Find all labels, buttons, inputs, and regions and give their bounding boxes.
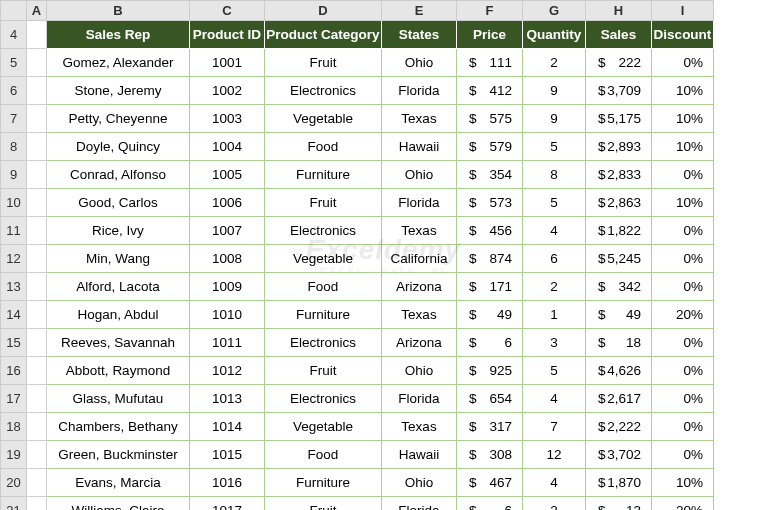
- cell-product-id[interactable]: 1016: [190, 469, 265, 497]
- cell-sales-rep[interactable]: Gomez, Alexander: [47, 49, 190, 77]
- cell-states[interactable]: Ohio: [382, 161, 457, 189]
- cell-product-category[interactable]: Fruit: [265, 497, 382, 511]
- row-head[interactable]: 5: [1, 49, 27, 77]
- cell-product-id[interactable]: 1006: [190, 189, 265, 217]
- cell-blank[interactable]: [27, 469, 47, 497]
- cell-sales-rep[interactable]: Stone, Jeremy: [47, 77, 190, 105]
- cell-blank[interactable]: [27, 217, 47, 245]
- cell-discount[interactable]: 10%: [652, 77, 714, 105]
- cell-sales[interactable]: $342: [586, 273, 652, 301]
- cell-blank[interactable]: [27, 245, 47, 273]
- cell-price[interactable]: $579: [457, 133, 523, 161]
- cell-sales-rep[interactable]: Petty, Cheyenne: [47, 105, 190, 133]
- cell-states[interactable]: Ohio: [382, 469, 457, 497]
- cell-states[interactable]: Texas: [382, 301, 457, 329]
- cell-sales[interactable]: $1,870: [586, 469, 652, 497]
- cell-sales[interactable]: $2,617: [586, 385, 652, 413]
- cell-sales-rep[interactable]: Rice, Ivy: [47, 217, 190, 245]
- cell-states[interactable]: Ohio: [382, 49, 457, 77]
- cell-states[interactable]: Texas: [382, 105, 457, 133]
- cell-discount[interactable]: 20%: [652, 301, 714, 329]
- cell-quantity[interactable]: 5: [523, 357, 586, 385]
- col-head-F[interactable]: F: [457, 1, 523, 21]
- cell-blank[interactable]: [27, 301, 47, 329]
- header-quantity[interactable]: Quantity: [523, 21, 586, 49]
- cell-sales[interactable]: $2,893: [586, 133, 652, 161]
- row-head[interactable]: 9: [1, 161, 27, 189]
- header-price[interactable]: Price: [457, 21, 523, 49]
- cell-sales[interactable]: $222: [586, 49, 652, 77]
- cell-sales[interactable]: $1,822: [586, 217, 652, 245]
- row-head[interactable]: 12: [1, 245, 27, 273]
- cell-states[interactable]: California: [382, 245, 457, 273]
- cell-product-category[interactable]: Food: [265, 273, 382, 301]
- cell-quantity[interactable]: 2: [523, 273, 586, 301]
- cell-quantity[interactable]: 8: [523, 161, 586, 189]
- cell-sales[interactable]: $5,245: [586, 245, 652, 273]
- cell-product-category[interactable]: Food: [265, 441, 382, 469]
- cell-quantity[interactable]: 2: [523, 497, 586, 511]
- cell-sales[interactable]: $2,863: [586, 189, 652, 217]
- cell-price[interactable]: $456: [457, 217, 523, 245]
- cell-product-category[interactable]: Vegetable: [265, 105, 382, 133]
- cell-product-id[interactable]: 1008: [190, 245, 265, 273]
- cell-blank[interactable]: [27, 105, 47, 133]
- cell-product-category[interactable]: Furniture: [265, 161, 382, 189]
- cell-product-id[interactable]: 1004: [190, 133, 265, 161]
- header-states[interactable]: States: [382, 21, 457, 49]
- cell-product-category[interactable]: Electronics: [265, 385, 382, 413]
- cell-discount[interactable]: 10%: [652, 133, 714, 161]
- cell-states[interactable]: Hawaii: [382, 441, 457, 469]
- cell-sales[interactable]: $5,175: [586, 105, 652, 133]
- cell-sales-rep[interactable]: Good, Carlos: [47, 189, 190, 217]
- cell-product-id[interactable]: 1017: [190, 497, 265, 511]
- cell-blank[interactable]: [27, 273, 47, 301]
- cell-sales-rep[interactable]: Hogan, Abdul: [47, 301, 190, 329]
- cell-blank[interactable]: [27, 357, 47, 385]
- cell-product-category[interactable]: Furniture: [265, 301, 382, 329]
- cell-product-id[interactable]: 1009: [190, 273, 265, 301]
- cell-states[interactable]: Texas: [382, 413, 457, 441]
- row-head[interactable]: 7: [1, 105, 27, 133]
- cell-sales-rep[interactable]: Abbott, Raymond: [47, 357, 190, 385]
- col-head-E[interactable]: E: [382, 1, 457, 21]
- grid[interactable]: A B C D E F G H I 4Sales RepProduct IDPr…: [0, 0, 714, 510]
- cell-product-id[interactable]: 1001: [190, 49, 265, 77]
- cell-sales[interactable]: $4,626: [586, 357, 652, 385]
- header-discount[interactable]: Discount: [652, 21, 714, 49]
- cell-product-id[interactable]: 1010: [190, 301, 265, 329]
- cell-blank[interactable]: [27, 497, 47, 511]
- cell-product-category[interactable]: Fruit: [265, 189, 382, 217]
- col-head-H[interactable]: H: [586, 1, 652, 21]
- cell-price[interactable]: $6: [457, 497, 523, 511]
- col-head-D[interactable]: D: [265, 1, 382, 21]
- cell-product-category[interactable]: Electronics: [265, 77, 382, 105]
- cell-quantity[interactable]: 5: [523, 189, 586, 217]
- cell-product-category[interactable]: Fruit: [265, 357, 382, 385]
- cell-discount[interactable]: 0%: [652, 273, 714, 301]
- select-all-corner[interactable]: [1, 1, 27, 21]
- col-head-C[interactable]: C: [190, 1, 265, 21]
- cell-discount[interactable]: 10%: [652, 105, 714, 133]
- cell-product-id[interactable]: 1015: [190, 441, 265, 469]
- cell-blank[interactable]: [27, 329, 47, 357]
- cell-blank[interactable]: [27, 133, 47, 161]
- col-head-B[interactable]: B: [47, 1, 190, 21]
- row-head[interactable]: 11: [1, 217, 27, 245]
- header-sales[interactable]: Sales: [586, 21, 652, 49]
- cell-blank[interactable]: [27, 21, 47, 49]
- cell-price[interactable]: $111: [457, 49, 523, 77]
- cell-quantity[interactable]: 7: [523, 413, 586, 441]
- cell-sales-rep[interactable]: Reeves, Savannah: [47, 329, 190, 357]
- cell-product-id[interactable]: 1011: [190, 329, 265, 357]
- cell-sales-rep[interactable]: Min, Wang: [47, 245, 190, 273]
- cell-discount[interactable]: 0%: [652, 441, 714, 469]
- header-product-category[interactable]: Product Category: [265, 21, 382, 49]
- row-head[interactable]: 17: [1, 385, 27, 413]
- cell-blank[interactable]: [27, 385, 47, 413]
- cell-quantity[interactable]: 12: [523, 441, 586, 469]
- cell-discount[interactable]: 10%: [652, 469, 714, 497]
- cell-discount[interactable]: 0%: [652, 49, 714, 77]
- cell-product-id[interactable]: 1013: [190, 385, 265, 413]
- cell-price[interactable]: $6: [457, 329, 523, 357]
